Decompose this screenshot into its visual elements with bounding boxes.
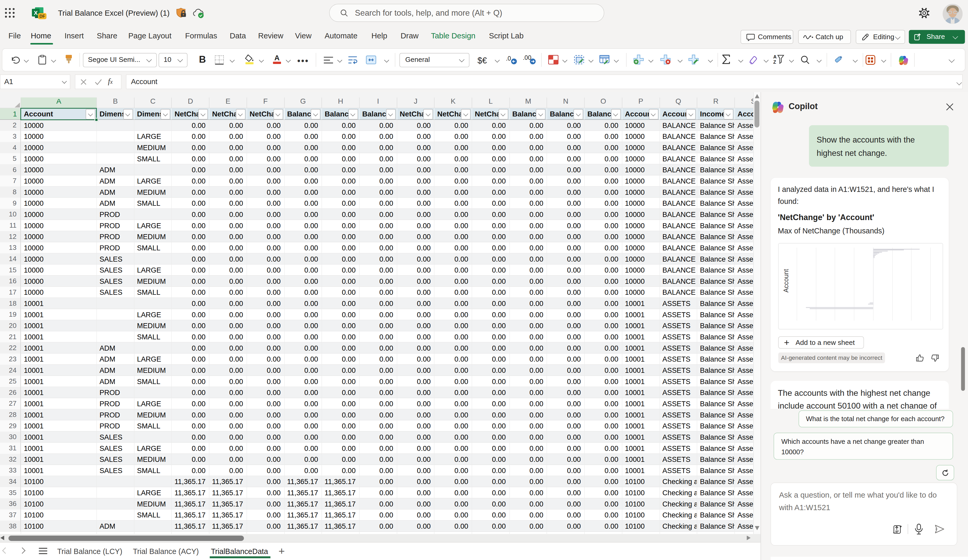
svg-text:X: X	[34, 10, 38, 16]
svg-text:A: A	[274, 54, 280, 62]
svg-text:.00: .00	[523, 55, 532, 61]
svg-text:Z: Z	[773, 59, 776, 64]
svg-text:DF: DF	[40, 14, 45, 18]
svg-text:.0: .0	[506, 55, 511, 62]
svg-text:A: A	[773, 54, 777, 59]
